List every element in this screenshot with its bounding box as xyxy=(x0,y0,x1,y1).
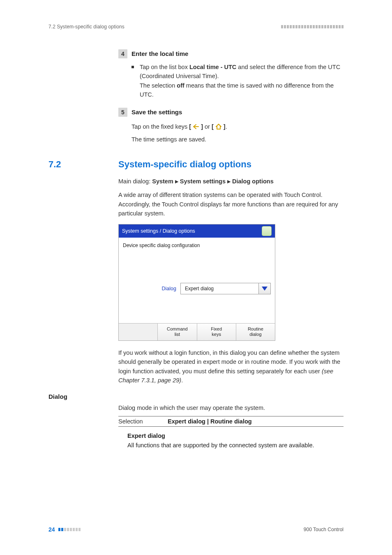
dialog-field-label: Dialog xyxy=(123,286,180,291)
dialog-sidehead: Dialog xyxy=(48,393,344,400)
after-screenshot-paragraph: If you work without a login function, in… xyxy=(118,348,344,385)
step-5-body: Tap on the fixed keys [ ] or [ ]. The ti… xyxy=(131,122,344,144)
bullet-icon xyxy=(131,66,134,68)
selection-table: Selection Expert dialog | Routine dialog xyxy=(118,416,344,427)
selection-value: Expert dialog | Routine dialog xyxy=(168,416,344,426)
expert-dialog-body: All functions that are supported by the … xyxy=(127,441,344,450)
dialog-screenshot: System settings / Dialog options Device … xyxy=(118,224,275,341)
selection-label: Selection xyxy=(118,416,168,426)
dialog-close-button[interactable] xyxy=(262,226,272,236)
routine-dialog-button[interactable]: Routine dialog xyxy=(236,324,275,340)
section-heading: 7.2 System-specific dialog options xyxy=(48,159,344,170)
breadcrumb: Main dialog: System▶System settings▶Dial… xyxy=(118,178,344,185)
section-title: System-specific dialog options xyxy=(118,159,344,170)
step-number: 5 xyxy=(118,108,127,117)
footer-product: 900 Touch Control xyxy=(304,527,344,532)
step-4-bullet: Tap on the list box Local time - UTC and… xyxy=(131,62,344,99)
step-number: 4 xyxy=(118,49,127,58)
step-title: Enter the local time xyxy=(131,49,188,58)
header-section-ref: 7.2 System-specific dialog options xyxy=(48,24,125,30)
dialog-bottom-bar: Command list Fixed keys Routine dialog xyxy=(119,323,275,340)
step-title: Save the settings xyxy=(131,108,182,117)
step-4-header: 4 Enter the local time xyxy=(118,49,344,58)
back-arrow-icon xyxy=(193,124,199,130)
fixed-keys-button[interactable]: Fixed keys xyxy=(197,324,236,340)
home-icon xyxy=(215,124,222,130)
expert-dialog-subhead: Expert dialog xyxy=(127,432,344,439)
dialog-select-value: Expert dialog xyxy=(180,283,258,294)
dropdown-button[interactable] xyxy=(258,283,271,294)
running-header: 7.2 System-specific dialog options xyxy=(48,24,344,30)
svg-marker-0 xyxy=(262,287,267,291)
step-5-header: 5 Save the settings xyxy=(118,108,344,117)
intro-paragraph: A wide array of different titration syst… xyxy=(118,190,344,218)
header-decoration xyxy=(280,25,344,28)
footer-decoration xyxy=(58,528,81,531)
step-4-text: Tap on the list box Local time - UTC and… xyxy=(140,62,344,99)
chevron-down-icon xyxy=(262,287,267,291)
dialog-titlebar: System settings / Dialog options xyxy=(119,224,275,238)
dialog-select[interactable]: Expert dialog xyxy=(180,283,271,294)
dialog-subtitle: Device specific dialog configuration xyxy=(119,238,275,248)
dialog-intro: Dialog mode in which the user may operat… xyxy=(118,403,344,412)
dialog-title: System settings / Dialog options xyxy=(122,228,195,234)
page-footer: 24 900 Touch Control xyxy=(48,526,344,533)
page-number: 24 xyxy=(48,526,55,533)
dialog-blank-button xyxy=(119,324,158,340)
command-list-button[interactable]: Command list xyxy=(158,324,197,340)
section-number: 7.2 xyxy=(48,159,118,170)
